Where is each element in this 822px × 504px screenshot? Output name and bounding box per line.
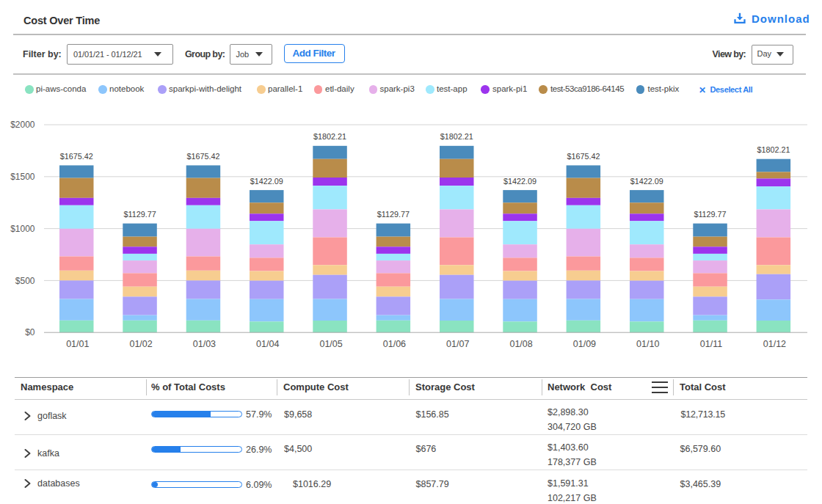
svg-text:$1422.09: $1422.09 [630, 177, 663, 186]
svg-text:$1802.21: $1802.21 [440, 132, 473, 141]
svg-text:$1422.09: $1422.09 [503, 177, 537, 186]
svg-text:$1802.21: $1802.21 [757, 145, 790, 154]
svg-text:$1675.42: $1675.42 [60, 152, 93, 161]
svg-text:$1500: $1500 [10, 172, 35, 182]
svg-text:01/05: 01/05 [319, 339, 342, 349]
svg-text:01/06: 01/06 [383, 339, 406, 349]
svg-text:01/03: 01/03 [193, 339, 216, 349]
svg-text:01/10: 01/10 [636, 339, 659, 349]
svg-text:$1802.21: $1802.21 [313, 132, 346, 141]
svg-text:$1422.09: $1422.09 [250, 177, 283, 186]
svg-text:$500: $500 [15, 276, 35, 286]
svg-text:$0: $0 [25, 327, 35, 337]
svg-text:$1129.77: $1129.77 [377, 210, 410, 219]
svg-text:01/04: 01/04 [256, 339, 279, 349]
svg-text:$1129.77: $1129.77 [694, 210, 726, 219]
svg-text:$1000: $1000 [10, 224, 35, 234]
svg-text:01/07: 01/07 [446, 339, 469, 349]
svg-text:$1129.77: $1129.77 [123, 210, 156, 219]
svg-text:01/01: 01/01 [66, 339, 89, 349]
svg-text:01/12: 01/12 [763, 339, 786, 349]
svg-text:01/09: 01/09 [573, 339, 596, 349]
svg-text:01/11: 01/11 [700, 339, 722, 349]
svg-text:$1675.42: $1675.42 [186, 152, 219, 161]
svg-text:01/08: 01/08 [509, 339, 532, 349]
svg-text:01/02: 01/02 [129, 339, 152, 349]
svg-text:$1675.42: $1675.42 [567, 152, 600, 161]
svg-text:$2000: $2000 [10, 120, 35, 130]
